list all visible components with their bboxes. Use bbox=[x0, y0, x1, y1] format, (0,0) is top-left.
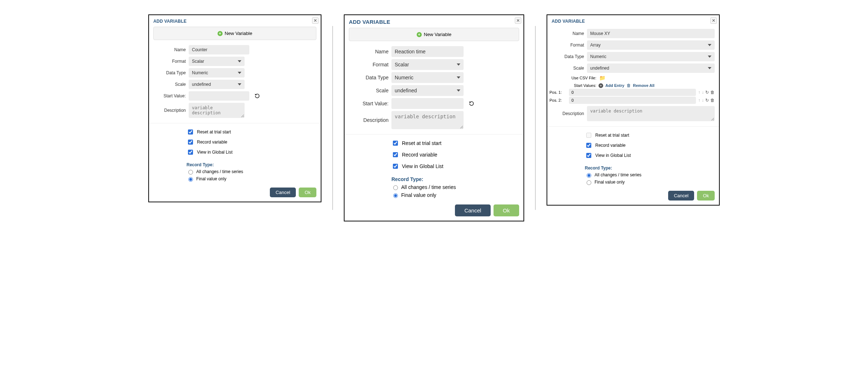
name-label: Name bbox=[349, 49, 389, 54]
datatype-select[interactable]: Numeric bbox=[189, 68, 245, 78]
delete-icon[interactable]: 🗑 bbox=[710, 90, 715, 95]
removeall-button[interactable]: Remove All bbox=[633, 83, 655, 88]
viewglobal-checkbox[interactable] bbox=[586, 153, 591, 158]
scale-select[interactable]: undefined bbox=[391, 85, 464, 96]
format-label: Format bbox=[349, 62, 389, 67]
description-label: Description bbox=[552, 111, 584, 116]
dialog-title: ADD VARIABLE bbox=[547, 15, 719, 27]
viewglobal-label: View in Global List bbox=[197, 150, 233, 155]
name-label: Name bbox=[153, 47, 186, 52]
record-checkbox[interactable] bbox=[586, 143, 591, 148]
finalonly-radio[interactable] bbox=[393, 193, 398, 198]
plus-icon: + bbox=[218, 31, 223, 36]
vertical-separator bbox=[332, 26, 333, 210]
format-select[interactable]: Array bbox=[587, 40, 715, 50]
plus-icon: + bbox=[417, 32, 422, 37]
cancel-button[interactable]: Cancel bbox=[455, 204, 491, 216]
format-label: Format bbox=[552, 43, 584, 48]
viewglobal-checkbox[interactable] bbox=[393, 164, 398, 169]
reset-label: Reset at trial start bbox=[402, 140, 442, 146]
usecsv-label: Use CSV File: bbox=[567, 76, 596, 80]
startvalue-input[interactable] bbox=[391, 98, 464, 109]
datatype-label: Data Type bbox=[349, 75, 389, 80]
record-checkbox[interactable] bbox=[393, 152, 398, 157]
new-variable-banner[interactable]: + New Variable bbox=[349, 28, 519, 41]
ok-button[interactable]: Ok bbox=[299, 188, 316, 197]
close-button[interactable]: ✕ bbox=[312, 17, 319, 24]
name-input[interactable] bbox=[189, 45, 249, 54]
format-select[interactable]: Scalar bbox=[189, 57, 245, 66]
add-variable-dialog-3: ADD VARIABLE ✕ Name Format Array Data Ty… bbox=[547, 14, 720, 206]
allchanges-radio[interactable] bbox=[587, 173, 591, 178]
add-variable-dialog-1: ADD VARIABLE ✕ + New Variable Name Forma… bbox=[148, 14, 321, 202]
finalonly-label: Final value only bbox=[401, 192, 436, 198]
startvalue-label: Start Value: bbox=[153, 93, 186, 98]
close-button[interactable]: ✕ bbox=[515, 17, 521, 24]
allchanges-radio[interactable] bbox=[393, 185, 398, 190]
pos-input[interactable] bbox=[569, 97, 696, 104]
finalonly-radio[interactable] bbox=[587, 180, 591, 185]
name-input[interactable] bbox=[587, 29, 715, 38]
reset-icon[interactable]: ↻ bbox=[705, 90, 709, 95]
format-label: Format bbox=[153, 59, 186, 64]
finalonly-label: Final value only bbox=[595, 180, 624, 185]
ok-button[interactable]: Ok bbox=[494, 204, 519, 216]
description-input[interactable] bbox=[189, 103, 245, 118]
startvalue-label: Start Value: bbox=[349, 101, 389, 106]
allchanges-label: All changes / time series bbox=[595, 172, 641, 177]
recordtype-heading: Record Type: bbox=[391, 176, 523, 182]
reset-icon[interactable] bbox=[469, 101, 474, 106]
name-label: Name bbox=[552, 31, 584, 36]
delete-icon[interactable]: 🗑 bbox=[710, 98, 715, 103]
folder-icon[interactable]: 📁 bbox=[599, 75, 605, 81]
reset-checkbox[interactable] bbox=[188, 129, 193, 135]
movedown-icon[interactable]: ↓ bbox=[702, 90, 704, 95]
description-label: Description bbox=[349, 117, 389, 123]
datatype-select[interactable]: Numeric bbox=[587, 52, 715, 61]
reset-icon[interactable]: ↻ bbox=[705, 98, 709, 103]
viewglobal-label: View in Global List bbox=[402, 163, 443, 169]
description-input[interactable] bbox=[391, 111, 464, 129]
moveup-icon[interactable]: ↑ bbox=[698, 98, 700, 103]
finalonly-radio[interactable] bbox=[188, 177, 193, 182]
datatype-label: Data Type bbox=[153, 70, 186, 75]
datatype-select[interactable]: Numeric bbox=[391, 72, 464, 83]
pos-label: Pos. 1: bbox=[549, 90, 567, 94]
name-input[interactable] bbox=[391, 46, 464, 57]
scale-select[interactable]: undefined bbox=[189, 80, 245, 89]
close-button[interactable]: ✕ bbox=[710, 17, 717, 24]
dialog-title: ADD VARIABLE bbox=[345, 15, 523, 28]
pos-input[interactable] bbox=[569, 89, 696, 96]
record-checkbox[interactable] bbox=[188, 140, 193, 145]
reset-icon[interactable] bbox=[254, 93, 260, 99]
finalonly-label: Final value only bbox=[196, 176, 226, 181]
reset-label: Reset at trial start bbox=[595, 133, 629, 138]
moveup-icon[interactable]: ↑ bbox=[698, 90, 700, 95]
new-variable-banner[interactable]: + New Variable bbox=[153, 27, 316, 40]
record-label: Record variable bbox=[595, 143, 626, 148]
scale-select[interactable]: undefined bbox=[587, 63, 715, 73]
viewglobal-checkbox[interactable] bbox=[188, 150, 193, 155]
addentry-button[interactable]: Add Entry bbox=[605, 83, 624, 88]
removeall-trash-icon: 🗑 bbox=[627, 83, 631, 88]
allchanges-label: All changes / time series bbox=[196, 169, 243, 174]
movedown-icon[interactable]: ↓ bbox=[702, 98, 704, 103]
ok-button[interactable]: Ok bbox=[697, 191, 715, 201]
addentry-plus-icon: + bbox=[599, 83, 603, 88]
cancel-button[interactable]: Cancel bbox=[270, 188, 296, 197]
reset-checkbox[interactable] bbox=[393, 141, 398, 146]
viewglobal-label: View in Global List bbox=[595, 153, 631, 158]
datatype-label: Data Type bbox=[552, 54, 584, 59]
startvalue-input[interactable] bbox=[189, 91, 249, 101]
description-input[interactable] bbox=[587, 106, 715, 121]
startvalues-label: Start Values: bbox=[567, 83, 596, 88]
pos-label: Pos. 2: bbox=[549, 98, 567, 102]
banner-label: New Variable bbox=[225, 31, 252, 36]
position-row: Pos. 2: ↑ ↓ ↻ 🗑 bbox=[549, 97, 715, 104]
add-variable-dialog-2: ADD VARIABLE ✕ + New Variable Name Forma… bbox=[344, 14, 524, 221]
allchanges-radio[interactable] bbox=[188, 170, 193, 175]
vertical-separator bbox=[535, 26, 536, 210]
format-select[interactable]: Scalar bbox=[391, 59, 464, 70]
recordtype-heading: Record Type: bbox=[585, 166, 719, 171]
cancel-button[interactable]: Cancel bbox=[668, 191, 694, 201]
